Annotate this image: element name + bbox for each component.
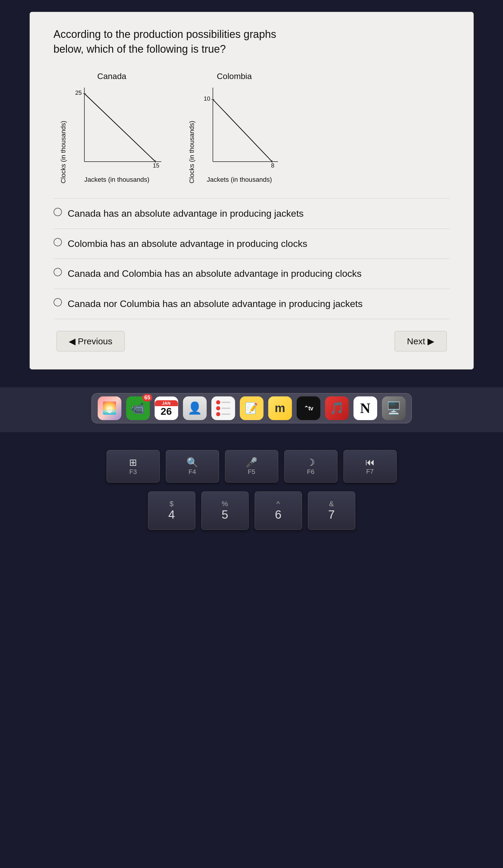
keyboard-area: ⊞ F3 🔍 F4 🎤 F5 ☽ F6 ⏮ F7 $ 4 % 5 [0,432,503,542]
dock-contacts-icon[interactable]: 👤 [183,396,207,420]
nav-buttons: ◀ Previous Next ▶ [54,331,450,351]
dock-mercado-icon[interactable]: m [268,396,292,420]
dock-photos-icon[interactable]: 🌅 [98,396,121,420]
num-key-row: $ 4 % 5 ^ 6 & 7 [148,492,355,530]
dock-facetime-icon[interactable]: 📹 65 [126,396,150,420]
key-f5[interactable]: 🎤 F5 [225,450,278,483]
radio-d[interactable] [54,298,62,307]
f3-label: F3 [130,468,137,476]
radio-a[interactable] [54,208,62,216]
key-f4[interactable]: 🔍 F4 [166,450,219,483]
option-c[interactable]: Canada and Colombia has an absolute adva… [54,259,450,289]
key5-bottom: 5 [222,508,228,521]
dock-notes-icon[interactable]: 📝 [240,396,264,420]
key7-bottom: 7 [328,508,335,521]
dock-news-icon[interactable]: N [353,396,377,420]
f4-label: F4 [188,468,196,476]
next-button[interactable]: Next ▶ [394,331,446,351]
dock-area: 🌅 📹 65 JAN 26 👤 [0,387,503,432]
colombia-graph-title: Colombia [217,72,252,81]
colombia-x-label: Jackets (in thousands) [198,176,281,184]
dock-appletv-icon[interactable]: ⌃tv [297,396,320,420]
option-b[interactable]: Colombia has an absolute advantage in pr… [54,229,450,259]
option-b-text: Colombia has an absolute advantage in pr… [68,237,307,250]
f7-label: F7 [366,468,374,475]
key4-bottom: 4 [168,508,175,521]
canada-x-label: Jackets (in thousands) [70,176,164,184]
fn-key-row: ⊞ F3 🔍 F4 🎤 F5 ☽ F6 ⏮ F7 [106,450,397,483]
canada-graph-wrapper: Canada Clocks (in thousands) 25 15 [60,72,164,184]
canada-graph-title: Canada [97,72,126,81]
f5-icon: 🎤 [246,457,258,468]
key-7[interactable]: & 7 [308,492,355,530]
option-c-text: Canada and Colombia has an absolute adva… [68,267,362,280]
colombia-graph-area: Clocks (in thousands) 10 8 [188,85,281,184]
colombia-svg-container: 10 8 Jackets (in thousands) [198,85,281,184]
graphs-container: Canada Clocks (in thousands) 25 15 [54,72,450,184]
dock-reminders-icon[interactable] [212,396,235,420]
key5-top: % [222,500,228,508]
colombia-graph-wrapper: Colombia Clocks (in thousands) 10 8 [188,72,281,184]
dock-system-icon[interactable]: 🖥️ [382,396,406,420]
facetime-badge: 65 [142,394,152,401]
f6-icon: ☽ [306,457,315,468]
canada-y-label: Clocks (in thousands) [60,121,67,184]
key-f7[interactable]: ⏮ F7 [343,450,397,483]
key-4[interactable]: $ 4 [148,492,195,530]
radio-c[interactable] [54,268,62,276]
dock-music-icon[interactable]: 🎵 [325,396,349,420]
key7-top: & [329,500,333,508]
question-text: According to the production possibilitie… [54,27,450,57]
key-5[interactable]: % 5 [201,492,249,530]
dock-calendar-icon[interactable]: JAN 26 [155,396,178,420]
quiz-card: According to the production possibilitie… [30,12,474,370]
svg-text:15: 15 [153,162,159,169]
radio-b[interactable] [54,238,62,246]
option-d-text: Canada nor Columbia has an absolute adva… [68,297,363,311]
svg-text:10: 10 [203,95,210,102]
key4-top: $ [170,500,174,508]
f3-icon: ⊞ [129,457,137,468]
canada-graph-svg: 25 15 [70,85,164,174]
f6-label: F6 [307,468,315,476]
colombia-graph-svg: 10 8 [198,85,281,174]
option-a[interactable]: Canada has an absolute advantage in prod… [54,199,450,229]
options-list: Canada has an absolute advantage in prod… [54,198,450,319]
option-a-text: Canada has an absolute advantage in prod… [68,207,304,220]
option-d[interactable]: Canada nor Columbia has an absolute adva… [54,289,450,319]
f4-icon: 🔍 [186,457,198,468]
svg-text:8: 8 [271,162,274,169]
colombia-y-label: Clocks (in thousands) [188,121,196,184]
key6-bottom: 6 [275,508,281,521]
key-f6[interactable]: ☽ F6 [284,450,338,483]
f7-icon: ⏮ [365,457,375,468]
canada-graph-area: Clocks (in thousands) 25 15 [60,85,164,184]
svg-line-2 [84,94,155,162]
dock: 🌅 📹 65 JAN 26 👤 [92,393,412,423]
canada-svg-container: 25 15 Jackets (in thousands) [70,85,164,184]
svg-text:25: 25 [75,90,81,96]
key-6[interactable]: ^ 6 [255,492,302,530]
key-f3[interactable]: ⊞ F3 [106,450,160,483]
svg-line-9 [213,100,272,162]
key6-top: ^ [277,500,280,508]
f5-label: F5 [248,468,256,476]
previous-button[interactable]: ◀ Previous [57,331,125,351]
